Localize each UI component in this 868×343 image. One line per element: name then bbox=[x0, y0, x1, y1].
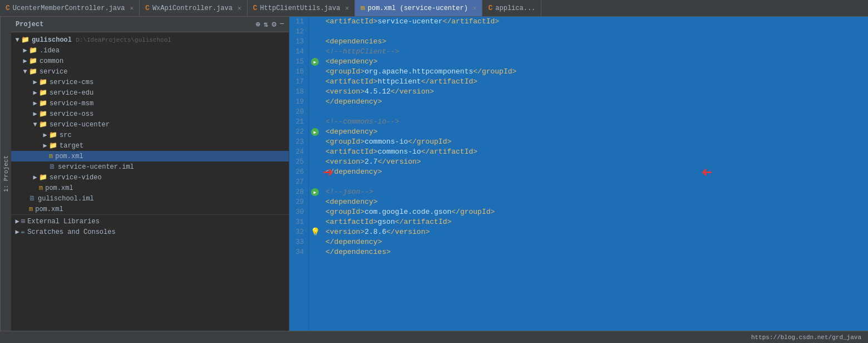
code-line-20 bbox=[326, 107, 864, 117]
tree-label-src: src bbox=[60, 131, 72, 139]
settings-icon[interactable]: ⚙ bbox=[272, 19, 276, 29]
code-line-21: <!--commons-io--> bbox=[326, 117, 864, 127]
tab-wxapi-label: WxApiController.java bbox=[152, 4, 233, 12]
tree-label-common: common bbox=[40, 57, 63, 65]
tree-label-service-edu: service-edu bbox=[50, 89, 93, 97]
code-line-23: <groupId>commons-io</groupId> bbox=[326, 137, 864, 147]
code-line-14: <!--httpClient--> bbox=[326, 47, 864, 57]
tree-label-ext-libs: External Libraries bbox=[27, 218, 100, 226]
code-line-12 bbox=[326, 27, 864, 37]
line-numbers: 11 12 13 14 15 16 17 18 19 20 21 22 23 2… bbox=[289, 17, 309, 331]
tree-item-pom-ucenter[interactable]: ▶ m pom.xml bbox=[11, 151, 289, 161]
code-line-30: <groupId>com.google.code.gson</groupId> bbox=[326, 207, 864, 217]
locate-icon[interactable]: ⊕ bbox=[255, 19, 260, 29]
tree-label-idea: .idea bbox=[40, 47, 60, 55]
code-line-13: <dependencies> bbox=[326, 37, 864, 47]
tree-item-service-video[interactable]: ▶ 📁 service-video bbox=[11, 172, 289, 183]
tab-httpclient-label: HttpClientUtils.java bbox=[260, 4, 340, 12]
tree-label-pom-root: pom.xml bbox=[35, 205, 63, 213]
tab-applica-label: applica... bbox=[495, 4, 535, 12]
tab-ucenter[interactable]: C UcenterMemberController.java ✕ bbox=[0, 0, 140, 16]
tree-item-ext-libs[interactable]: ▶ ⊞ External Libraries bbox=[11, 216, 289, 227]
tab-httpclient[interactable]: C HttpClientUtils.java ✕ bbox=[248, 0, 355, 16]
code-content[interactable]: <artifactId>service-ucenter</artifactId>… bbox=[321, 17, 868, 331]
tab-close-wxapi[interactable]: ✕ bbox=[238, 4, 241, 12]
code-line-15: <dependency> bbox=[326, 57, 864, 67]
tab-icon-c: C bbox=[6, 4, 10, 12]
status-bar: https://blog.csdn.net/grd_java bbox=[0, 331, 868, 343]
tree-label-service-cms: service-cms bbox=[50, 79, 93, 86]
tab-close-pom[interactable]: ✕ bbox=[473, 4, 477, 12]
tree-item-service-oss[interactable]: ▶ 📁 service-oss bbox=[11, 109, 289, 119]
code-editor: ➜ ➜ 11 12 13 14 15 16 17 18 19 20 21 22 … bbox=[289, 17, 868, 331]
tab-icon-c4: C bbox=[488, 4, 492, 12]
tree-item-scratches[interactable]: ▶ ✏ Scratches and Consoles bbox=[11, 227, 289, 237]
code-line-25: <version>2.7</version> bbox=[326, 157, 864, 167]
gutter-run-icon-28[interactable]: ▶ bbox=[311, 188, 319, 196]
tab-pom-label: pom.xml (service-ucenter) bbox=[368, 4, 468, 12]
gutter-run-icon-15[interactable]: ▶ bbox=[311, 58, 319, 66]
code-line-18: <version>4.5.12</version> bbox=[326, 87, 864, 97]
code-line-27 bbox=[326, 177, 864, 187]
tree-item-service-cms[interactable]: ▶ 📁 service-cms bbox=[11, 77, 289, 87]
tab-icon-c2: C bbox=[145, 4, 150, 12]
tree-item-service[interactable]: ▼ 📁 service bbox=[11, 66, 289, 77]
code-line-22: <dependency> bbox=[326, 127, 864, 137]
tab-close-httpclient[interactable]: ✕ bbox=[345, 4, 349, 12]
tab-applica[interactable]: C applica... bbox=[482, 0, 541, 16]
tab-bar: C UcenterMemberController.java ✕ C WxApi… bbox=[0, 0, 868, 17]
status-url: https://blog.csdn.net/grd_java bbox=[751, 334, 861, 341]
tree-item-gulischool-iml[interactable]: ▶ 🗎 gulischool.iml bbox=[11, 193, 289, 204]
sidebar-tree: ▼ 📁 gulischool D:\IdeaProjects\gulischoo… bbox=[11, 32, 289, 331]
code-line-31: <artifactId>gson</artifactId> bbox=[326, 217, 864, 227]
tree-item-target[interactable]: ▶ 📁 target bbox=[11, 140, 289, 151]
code-line-19: </dependency> bbox=[326, 97, 864, 107]
vertical-project-tab[interactable]: 1: Project bbox=[0, 17, 11, 331]
code-line-28: <!--json--> bbox=[326, 187, 864, 197]
tree-item-pom-service[interactable]: ▶ m pom.xml bbox=[11, 183, 289, 193]
expand-icon[interactable]: ⇅ bbox=[264, 19, 268, 29]
vertical-tab-label: 1: Project bbox=[3, 155, 9, 192]
minimize-icon[interactable]: − bbox=[280, 19, 284, 29]
tree-item-service-msm[interactable]: ▶ 📁 service-msm bbox=[11, 98, 289, 109]
gutter-warn-icon-32[interactable]: 💡 bbox=[310, 228, 320, 236]
sidebar-header: Project ⊕ ⇅ ⚙ − bbox=[11, 17, 289, 32]
tree-item-common[interactable]: ▶ 📁 common bbox=[11, 56, 289, 66]
tab-wxapi[interactable]: C WxApiController.java ✕ bbox=[140, 0, 247, 16]
tree-label-service-oss: service-oss bbox=[50, 110, 93, 118]
tab-ucenter-label: UcenterMemberController.java bbox=[13, 4, 125, 12]
code-line-16: <groupId>org.apache.httpcomponents</grou… bbox=[326, 67, 864, 77]
code-line-33: </dependency> bbox=[326, 237, 864, 247]
tree-item-gulischool[interactable]: ▼ 📁 gulischool D:\IdeaProjects\gulischoo… bbox=[11, 35, 289, 45]
tree-item-service-ucenter[interactable]: ▼ 📁 service-ucenter bbox=[11, 119, 289, 130]
code-line-29: <dependency> bbox=[326, 197, 864, 207]
code-line-26: </dependency> bbox=[326, 167, 864, 177]
tree-label-service-video: service-video bbox=[50, 174, 102, 182]
code-line-32: <version>2.8.6</version> bbox=[326, 227, 864, 237]
tree-item-ucenter-iml[interactable]: ▶ 🗎 service-ucenter.iml bbox=[11, 161, 289, 172]
tree-label-target: target bbox=[60, 142, 83, 150]
sidebar-bottom: ▶ ⊞ External Libraries ▶ ✏ Scratches and… bbox=[11, 214, 289, 238]
tree-item-pom-root[interactable]: ▶ m pom.xml bbox=[11, 204, 289, 214]
tree-label-pom-service: pom.xml bbox=[45, 184, 73, 192]
tree-item-idea[interactable]: ▶ 📁 .idea bbox=[11, 45, 289, 56]
tree-label-scratches: Scratches and Consoles bbox=[27, 228, 115, 236]
tab-pom[interactable]: m pom.xml (service-ucenter) ✕ bbox=[355, 0, 482, 16]
tab-icon-c3: C bbox=[253, 4, 258, 12]
tree-label-service-msm: service-msm bbox=[50, 100, 93, 107]
tree-item-service-edu[interactable]: ▶ 📁 service-edu bbox=[11, 87, 289, 98]
main-content: 1: Project Project ⊕ ⇅ ⚙ − ▼ 📁 gulischoo… bbox=[0, 17, 868, 331]
tree-label-pom-ucenter: pom.xml bbox=[55, 153, 83, 160]
tree-label-service-ucenter: service-ucenter bbox=[50, 121, 110, 129]
code-line-17: <artifactId>httpclient</artifactId> bbox=[326, 77, 864, 87]
tree-label-gulischool: gulischool D:\IdeaProjects\gulischool bbox=[32, 36, 171, 44]
tab-close-ucenter[interactable]: ✕ bbox=[130, 4, 134, 12]
tree-label-gulischool-iml: gulischool.iml bbox=[38, 195, 94, 203]
tree-item-src[interactable]: ▶ 📁 src bbox=[11, 130, 289, 140]
sidebar-title: Project bbox=[16, 21, 43, 28]
code-line-24: <artifactId>commons-io</artifactId> bbox=[326, 147, 864, 157]
tab-icon-m: m bbox=[361, 4, 365, 12]
tree-label-ucenter-iml: service-ucenter.iml bbox=[58, 163, 134, 171]
gutter-run-icon-22[interactable]: ▶ bbox=[311, 128, 319, 136]
code-area: 11 12 13 14 15 16 17 18 19 20 21 22 23 2… bbox=[289, 17, 868, 331]
